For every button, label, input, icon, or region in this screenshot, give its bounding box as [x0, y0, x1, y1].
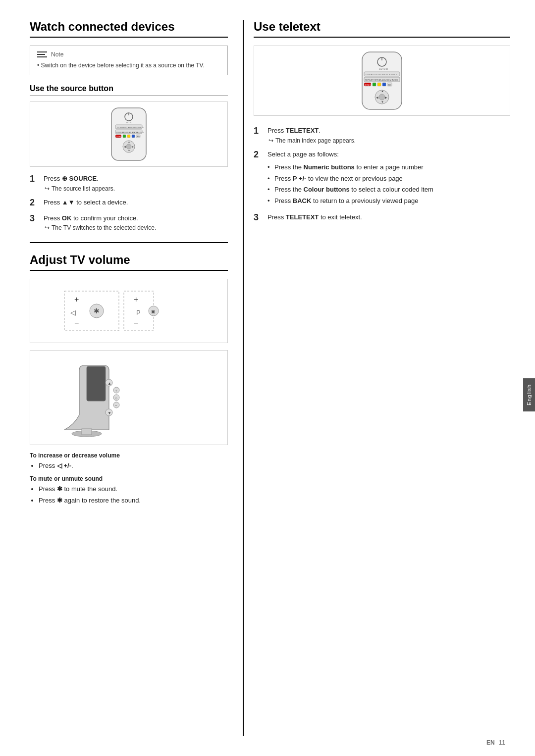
teletext-step-1-result: ↪ The main index page appears. — [268, 137, 510, 145]
svg-rect-51 — [82, 429, 92, 435]
svg-text:REPEAT  REPEAT A-B  ZOOM  AUDI: REPEAT REPEAT A-B ZOOM AUDIO — [365, 79, 398, 81]
remote-illustration-source: TV SUBTITLE TELETEXT SOURCE GOTO REPEAT … — [94, 107, 163, 161]
teletext-step-2-text: Select a page as follows: — [268, 150, 510, 159]
svg-text:GOTO: GOTO — [379, 68, 386, 70]
teletext-step-content-1: Press TELETEXT. ↪ The main index page ap… — [268, 126, 510, 145]
arrow-symbol: ↪ — [45, 185, 50, 192]
remote-image-source: TV SUBTITLE TELETEXT SOURCE GOTO REPEAT … — [30, 101, 228, 167]
svg-text:◁: ◁ — [70, 308, 76, 316]
note-content: • Switch on the device before selecting … — [37, 61, 220, 70]
svg-text:◀: ◀ — [124, 145, 126, 148]
teletext-step-1-text: Press TELETEXT. — [268, 126, 510, 136]
svg-text:AD: AD — [137, 135, 140, 138]
increase-item: Press ◁ +/-. — [39, 461, 228, 471]
svg-text:+: + — [134, 295, 138, 303]
step-1-source-result-text: The source list appears. — [52, 185, 115, 193]
teletext-step-1: 1 Press TELETEXT. ↪ The main index page … — [254, 126, 510, 145]
note-icon — [37, 51, 47, 57]
section-divider — [30, 242, 228, 243]
svg-text:▼: ▼ — [381, 101, 384, 103]
mute-label: To mute or unmute sound — [30, 475, 228, 482]
teletext-title: Use teletext — [254, 20, 510, 38]
svg-text:SOURCE: SOURCE — [135, 126, 144, 129]
svg-text:DEMO: DEMO — [365, 84, 371, 86]
step-3-source-text: Press OK to confirm your choice. — [44, 213, 228, 223]
teletext-step-number-2: 2 — [254, 150, 264, 160]
mute-item-1: Press ✱ to mute the sound. — [39, 484, 228, 495]
teletext-step-3: 3 Press TELETEXT to exit teletext. — [254, 212, 510, 223]
svg-text:−: − — [74, 319, 79, 327]
volume-diagram-box: + ◁ − ✱ + P − — [30, 279, 228, 343]
remote-image-teletext: GOTO ⊕ TV SUBTITLE TELETEXT SOURCE REPEA… — [254, 46, 510, 116]
svg-text:⊕: ⊕ — [386, 67, 388, 70]
step-number-1-source: 1 — [30, 174, 40, 185]
mute-list: Press ✱ to mute the sound. Press ✱ again… — [30, 484, 228, 506]
step-1-source-result: ↪ The source list appears. — [45, 185, 228, 193]
step-2-source-text: Press ▲▼ to select a device. — [44, 198, 228, 207]
footer: EN 11 — [486, 739, 505, 746]
svg-text:▲: ▲ — [107, 381, 111, 386]
svg-rect-65 — [382, 83, 386, 86]
teletext-step-number-3: 3 — [254, 212, 264, 223]
teletext-option-p: Press P +/- to view the next or previous… — [268, 174, 510, 184]
step-3-source-result-text: The TV switches to the selected device. — [52, 224, 156, 232]
mute-item-2: Press ✱ again to restore the sound. — [39, 496, 228, 506]
svg-text:TV: TV — [117, 126, 119, 129]
svg-point-69 — [379, 94, 385, 100]
svg-text:GOTO: GOTO — [126, 121, 132, 124]
svg-rect-16 — [123, 135, 126, 138]
volume-instructions: To increase or decrease volume Press ◁ +… — [30, 452, 228, 505]
svg-text:◀: ◀ — [376, 96, 378, 99]
svg-text:▼: ▼ — [107, 411, 111, 415]
note-box: Note • Switch on the device before selec… — [30, 46, 228, 75]
svg-text:+: + — [115, 389, 117, 393]
teletext-steps: 1 Press TELETEXT. ↪ The main index page … — [254, 126, 510, 223]
step-number-2-source: 2 — [30, 198, 40, 208]
step-2-source: 2 Press ▲▼ to select a device. — [30, 198, 228, 208]
step-number-3-source: 3 — [30, 213, 40, 224]
step-content-3-source: Press OK to confirm your choice. ↪ The T… — [44, 213, 228, 232]
svg-text:DEMO: DEMO — [116, 135, 122, 138]
note-label: Note — [51, 51, 63, 58]
watch-connected-title: Watch connected devices — [30, 20, 228, 38]
tv-side-svg: ▲ + ○ − ▼ — [54, 355, 203, 440]
svg-rect-39 — [87, 366, 106, 401]
svg-text:P: P — [136, 309, 141, 316]
svg-text:▣: ▣ — [151, 309, 156, 314]
step-1-source-text: Press ⊕ SOURCE. — [44, 174, 228, 184]
arrow-symbol-2: ↪ — [45, 224, 50, 231]
teletext-step-content-3: Press TELETEXT to exit teletext. — [268, 212, 510, 223]
svg-text:✱: ✱ — [94, 307, 100, 315]
source-button-subtitle: Use the source button — [30, 84, 228, 96]
svg-text:○: ○ — [115, 396, 117, 401]
svg-rect-17 — [127, 135, 130, 138]
footer-page: 11 — [499, 739, 505, 746]
note-header: Note — [37, 51, 220, 58]
volume-diagram-svg: + ◁ − ✱ + P − — [59, 286, 198, 336]
teletext-option-back: Press BACK to return to a previously vie… — [268, 196, 510, 206]
svg-text:▼: ▼ — [128, 149, 130, 152]
svg-text:−: − — [134, 319, 138, 327]
svg-rect-18 — [132, 135, 135, 138]
step-3-source: 3 Press OK to confirm your choice. ↪ The… — [30, 213, 228, 232]
right-column: Use teletext GOTO ⊕ TV SUBTITLE TELETEXT… — [243, 20, 510, 736]
svg-text:▶: ▶ — [385, 96, 387, 99]
source-steps: 1 Press ⊕ SOURCE. ↪ The source list appe… — [30, 174, 228, 232]
arrow-symbol-teletext-1: ↪ — [268, 137, 273, 144]
increase-label: To increase or decrease volume — [30, 452, 228, 459]
language-tab: English — [523, 378, 535, 411]
teletext-step-content-2: Select a page as follows: Press the Nume… — [268, 150, 510, 207]
svg-text:−: − — [115, 403, 117, 408]
teletext-option-colour: Press the Colour buttons to select a col… — [268, 185, 510, 195]
svg-text:▲: ▲ — [381, 90, 384, 93]
step-3-source-result: ↪ The TV switches to the selected device… — [45, 224, 228, 232]
adjust-tv-title: Adjust TV volume — [30, 253, 228, 271]
teletext-step-3-text: Press TELETEXT to exit teletext. — [268, 212, 510, 222]
svg-text:+: + — [74, 295, 79, 303]
footer-lang: EN — [486, 739, 495, 746]
remote-illustration-teletext: GOTO ⊕ TV SUBTITLE TELETEXT SOURCE REPEA… — [342, 51, 422, 110]
teletext-option-numeric: Press the Numeric buttons to enter a pag… — [268, 162, 510, 173]
svg-text:TV  SUBTITLE  TELETEXT  SOURCE: TV SUBTITLE TELETEXT SOURCE — [365, 73, 397, 76]
svg-rect-64 — [377, 83, 381, 86]
step-1-source: 1 Press ⊕ SOURCE. ↪ The source list appe… — [30, 174, 228, 193]
